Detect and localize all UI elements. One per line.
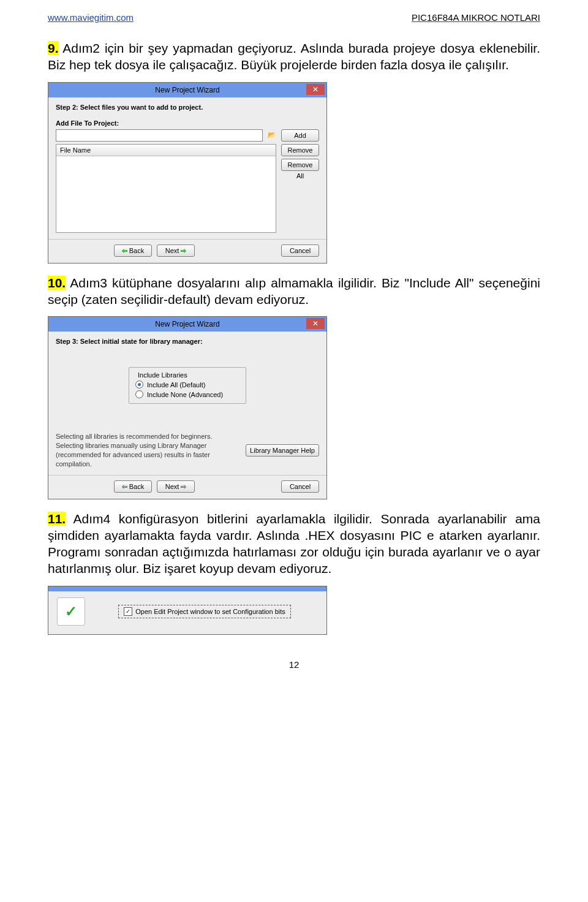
remove-button[interactable]: Remove [281, 144, 319, 156]
file-list-header: File Name [56, 145, 276, 156]
back-button[interactable]: ⇦Back [114, 244, 152, 257]
cancel-button[interactable]: Cancel [281, 244, 319, 257]
wizard-titlebar: New Project Wizard ✕ [48, 83, 326, 97]
wizard-step4-snippet: ✓ ✓ Open Edit Project window to set Conf… [48, 586, 327, 635]
checkbox-label: Open Edit Project window to set Configur… [135, 608, 285, 615]
step-number-11: 11. [48, 512, 66, 526]
next-icon: ⇨ [181, 483, 186, 490]
help-text: Selecting all libraries is recommended f… [56, 432, 235, 468]
wizard-title: New Project Wizard [155, 320, 219, 328]
header-right: PIC16F84A MIKROC NOTLARI [412, 12, 540, 23]
radio-icon-selected [135, 381, 143, 388]
wizard-title: New Project Wizard [155, 86, 219, 94]
next-button[interactable]: Next⇨ [157, 244, 195, 257]
checkbox-icon: ✓ [124, 607, 132, 616]
back-button[interactable]: ⇦Back [114, 480, 152, 493]
close-icon[interactable]: ✕ [306, 84, 325, 95]
header-left-link[interactable]: www.maviegitim.com [48, 12, 134, 23]
next-icon: ⇨ [181, 247, 186, 254]
wizard-titlebar: New Project Wizard ✕ [48, 317, 326, 332]
open-folder-icon[interactable]: 📂 [266, 129, 277, 142]
back-icon: ⇦ [122, 247, 127, 254]
step2-heading: Step 2: Select files you want to add to … [56, 104, 319, 111]
close-icon[interactable]: ✕ [306, 318, 325, 329]
add-button[interactable]: Add [281, 129, 319, 142]
paragraph-11: 11. Adım4 konfigürasyon bitlerini ayarla… [48, 510, 540, 577]
cancel-button[interactable]: Cancel [281, 480, 319, 493]
wizard-step3: New Project Wizard ✕ Step 3: Select init… [48, 316, 327, 499]
include-libraries-group: Include Libraries Include All (Default) … [129, 367, 246, 404]
wizard-step2: New Project Wizard ✕ Step 2: Select file… [48, 82, 327, 263]
radio-icon [135, 390, 143, 398]
radio-include-all[interactable]: Include All (Default) [135, 381, 239, 388]
paragraph-9: 9. Adım2 için bir şey yapmadan geçiyoruz… [48, 40, 540, 74]
step-number-10: 10. [48, 276, 66, 290]
group-title: Include Libraries [135, 371, 190, 379]
file-list[interactable]: File Name [56, 144, 276, 233]
remove-all-button[interactable]: Remove All [281, 159, 319, 171]
page-number: 12 [48, 659, 540, 670]
next-button[interactable]: Next⇨ [157, 480, 195, 493]
add-file-input[interactable] [56, 129, 263, 142]
checkmark-page-icon: ✓ [57, 597, 85, 626]
back-icon: ⇦ [122, 483, 127, 490]
step-number-9: 9. [48, 41, 59, 55]
paragraph-10: 10. Adım3 kütüphane dosyalarını alıp alm… [48, 275, 540, 308]
add-file-label: Add File To Project: [56, 119, 319, 127]
open-edit-project-checkbox[interactable]: ✓ Open Edit Project window to set Config… [118, 605, 291, 618]
step3-heading: Step 3: Select initial state for library… [56, 338, 319, 345]
library-manager-help-button[interactable]: Library Manager Help [246, 444, 319, 457]
radio-include-none[interactable]: Include None (Advanced) [135, 390, 239, 398]
